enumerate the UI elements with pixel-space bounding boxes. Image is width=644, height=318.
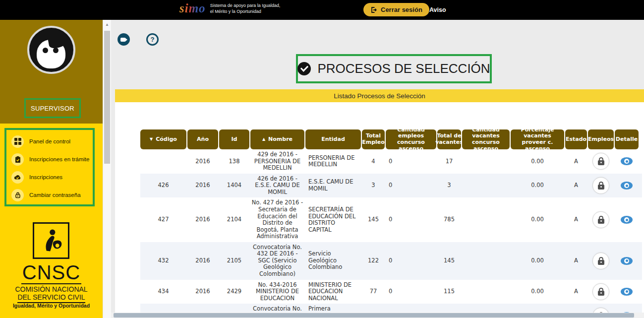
eye-white [624, 183, 629, 188]
detail-eye-icon[interactable] [621, 257, 633, 265]
cnsc-figure-box [33, 222, 69, 259]
cell-codigo: 434 [140, 288, 186, 295]
employees-lock-button[interactable] [592, 177, 609, 194]
employees-lock-button[interactable] [592, 211, 609, 228]
eye-white [624, 159, 629, 164]
employees-lock-button[interactable] [592, 253, 609, 269]
cell-porcentaje: 0.00 [511, 288, 564, 295]
sidebar-item-label: Panel de control [29, 138, 70, 144]
column-label: Año [197, 136, 209, 143]
cell-total_vacantes: 115 [437, 288, 461, 295]
column-label: Id [232, 136, 237, 143]
help-icon[interactable]: ? [146, 33, 159, 46]
column-header-ano[interactable]: Año [187, 129, 218, 149]
app-window: simo Sistema de apoyo para la Igualdad, … [0, 0, 644, 318]
column-header-codigo[interactable]: ▼Código [140, 129, 186, 149]
cell-detalle [615, 216, 639, 224]
column-header-nombre[interactable]: ▲Nombre [250, 129, 304, 149]
lock-icon-body [598, 260, 604, 265]
table-row: 43420162429No. 434-2016 MINISTERIO DE ED… [140, 280, 642, 304]
column-label: Empleos [588, 136, 614, 143]
cell-cantidad_empleos: 0 [386, 257, 436, 264]
cell-nombre: No. 434-2016 MINISTERIO DE EDUCACION [250, 282, 304, 302]
horizontal-scrollbar-thumb[interactable] [114, 313, 634, 318]
column-header-porcentaje[interactable]: Porcentaje vacantes proveer c. ascenso [511, 129, 564, 149]
column-header-entidad[interactable]: Entidad [305, 129, 361, 149]
cnsc-motto: Igualdad, Mérito y Oportunidad [0, 303, 103, 309]
sidebar-item-label: Inscripciones en trámite [29, 156, 89, 162]
column-header-detalle[interactable]: Detalle [615, 129, 639, 149]
column-header-total_vacantes[interactable]: Total de vacantes [437, 129, 461, 149]
table-row: 42620161404426 de 2016 - E.S.E. CAMU DE … [140, 174, 642, 198]
cell-nombre: 426 de 2016 - E.S.E. CAMU DE MOMIL [250, 176, 304, 196]
cell-entidad: E.S.E. CAMU DE MOMIL [305, 179, 361, 192]
eye-pupil [626, 290, 628, 293]
horizontal-scrollbar[interactable] [111, 313, 644, 318]
column-header-total_empleo[interactable]: Total Empleo [362, 129, 385, 149]
logout-label: Cerrar sesión [381, 6, 422, 13]
vertical-scrollbar-thumb[interactable] [104, 31, 110, 164]
column-header-estado[interactable]: Estado [565, 129, 587, 149]
cnsc-figure-icon [37, 227, 65, 254]
column-header-cantidad_vacantes[interactable]: Cantidad vacantes concurso ascenso [462, 129, 510, 149]
cell-id: 2105 [219, 257, 249, 264]
eye-white [624, 289, 629, 294]
check-circle-icon [297, 62, 311, 75]
detail-eye-icon[interactable] [621, 288, 633, 296]
detail-eye-icon[interactable] [621, 157, 633, 165]
annotation-box-menu: Panel de control Inscripciones en trámit… [4, 128, 95, 206]
sort-asc-icon[interactable]: ▲ [262, 137, 265, 141]
employees-lock-button[interactable] [592, 153, 609, 170]
cell-codigo: 427 [140, 216, 186, 223]
eye-pupil [626, 259, 628, 262]
detail-eye-icon[interactable] [621, 216, 633, 224]
cell-ano: 2016 [187, 257, 218, 264]
cell-total_vacantes: 17 [437, 158, 461, 165]
cell-estado: A [565, 158, 587, 165]
vertical-scrollbar[interactable]: ▲ [103, 20, 111, 318]
cloud-check-icon [11, 171, 24, 184]
sidebar-item-inscripciones[interactable]: Inscripciones [11, 168, 93, 186]
column-header-cantidad_empleos[interactable]: Cantidad empleos concurso ascenso [386, 129, 436, 149]
employees-lock-button[interactable] [592, 283, 609, 300]
cell-estado: A [565, 257, 587, 264]
aviso-link[interactable]: Aviso [429, 6, 446, 13]
sidebar-item-inscripciones-en-tramite[interactable]: Inscripciones en trámite [11, 150, 93, 168]
column-header-id[interactable]: Id [219, 129, 249, 149]
column-label: Nombre [268, 136, 293, 143]
cell-nombre: Convocatoria No. 426 de 2016 - Primera [250, 306, 304, 313]
cell-cantidad_empleos: 0 [386, 216, 436, 223]
topbar: simo Sistema de apoyo para la Igualdad, … [0, 0, 644, 20]
panel-title: Listado Procesos de Selección [334, 92, 425, 100]
sort-desc-icon[interactable]: ▼ [150, 137, 153, 141]
sidebar-item-label: Cambiar contraseña [29, 192, 81, 198]
cnsc-name-line2: DEL SERVICIO CIVIL [17, 294, 85, 304]
sidebar-item-panel-de-control[interactable]: Panel de control [11, 132, 93, 150]
cell-entidad: SECRETARÍA DE EDUCACIÓN DEL DISTRITO CAP… [305, 206, 361, 233]
cell-total_vacantes: 785 [437, 216, 461, 223]
simo-logo: simo [179, 1, 206, 15]
cell-empleos [588, 211, 614, 228]
processes-table: ▼CódigoAñoId▲NombreEntidadTotal EmpleoCa… [140, 129, 642, 313]
dashboard-icon [11, 135, 24, 148]
clipboard-check-icon [11, 153, 24, 166]
avatar-eye-left [43, 48, 48, 53]
cell-porcentaje: 0.00 [511, 158, 564, 165]
lock-icon-body [598, 185, 604, 190]
cell-detalle [615, 182, 639, 190]
detail-eye-icon[interactable] [621, 182, 633, 190]
cell-empleos [588, 153, 614, 170]
logout-button[interactable]: Cerrar sesión [363, 3, 429, 16]
scroll-up-arrow-icon[interactable]: ▲ [103, 21, 111, 28]
sidebar-item-cambiar-contrasena[interactable]: Cambiar contraseña [11, 186, 93, 204]
employees-lock-button[interactable] [592, 308, 609, 313]
column-label: Entidad [321, 136, 345, 143]
video-camera-icon[interactable] [117, 33, 130, 46]
cnsc-wordmark: CNSC [0, 262, 103, 284]
cell-ano: 2016 [187, 182, 218, 189]
column-header-empleos[interactable]: Empleos [588, 129, 614, 149]
cell-entidad: PERSONERIA DE MEDELLIN [305, 155, 361, 168]
cell-empleos [588, 177, 614, 194]
column-label: Código [156, 136, 177, 143]
sidebar-item-label: Inscripciones [29, 174, 62, 180]
